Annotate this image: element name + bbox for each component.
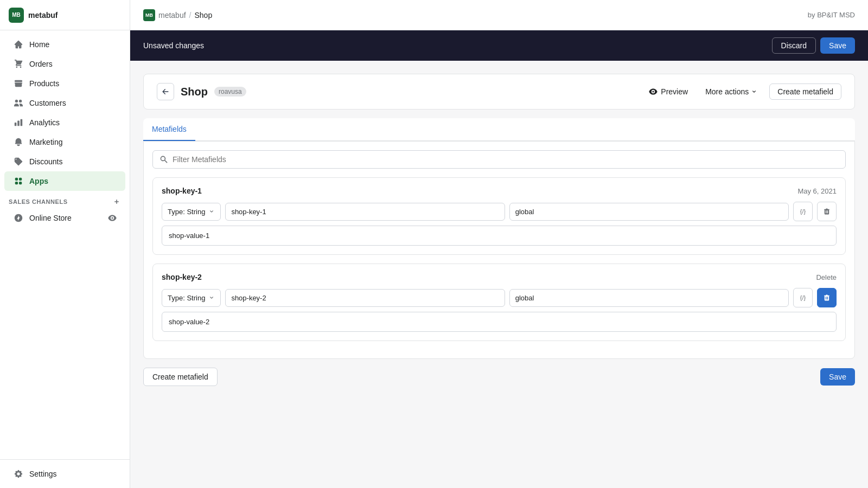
search-icon bbox=[159, 155, 168, 164]
create-metafield-button-top[interactable]: Create metafield bbox=[769, 84, 841, 100]
sidebar-item-customers-label: Customers bbox=[29, 99, 66, 107]
sidebar-item-products[interactable]: Products bbox=[4, 74, 125, 93]
sidebar-item-discounts-label: Discounts bbox=[29, 157, 62, 166]
metafield-1-type-label: Type: String bbox=[168, 208, 205, 216]
metafield-2-type-select[interactable]: Type: String bbox=[162, 289, 221, 307]
metafield-1-value-input[interactable] bbox=[162, 226, 837, 246]
settings-icon bbox=[13, 468, 24, 479]
discard-button[interactable]: Discard bbox=[772, 37, 816, 54]
metafield-2-key-input[interactable] bbox=[225, 289, 505, 307]
sidebar-item-orders-label: Orders bbox=[29, 60, 53, 68]
save-button-top[interactable]: Save bbox=[820, 37, 855, 54]
store-name: metabuf bbox=[28, 11, 58, 20]
marketing-icon bbox=[13, 137, 24, 147]
store-logo: MB bbox=[9, 8, 24, 23]
metafield-1-key: shop-key-1 bbox=[162, 187, 202, 195]
analytics-icon bbox=[13, 117, 24, 128]
metafield-2-delete-tooltip-label: Delete bbox=[816, 273, 837, 281]
metafield-1-type-select[interactable]: Type: String bbox=[162, 203, 221, 221]
bottom-actions: Create metafield Save bbox=[143, 368, 855, 386]
discounts-icon bbox=[13, 156, 24, 167]
liquid-icon: {/} bbox=[800, 208, 806, 215]
online-store-label: Online Store bbox=[29, 214, 72, 222]
liquid-icon-2: {/} bbox=[800, 294, 806, 301]
breadcrumb-store: metabuf bbox=[158, 11, 186, 20]
metafield-2-liquid-btn[interactable]: {/} bbox=[793, 288, 813, 307]
breadcrumb: MB metabuf / Shop bbox=[143, 9, 212, 21]
page-content-area: Shop roavusa Preview More actions Create… bbox=[130, 61, 868, 488]
metafield-1-delete-btn[interactable] bbox=[817, 202, 837, 221]
more-actions-label: More actions bbox=[705, 87, 749, 96]
sidebar-item-products-label: Products bbox=[29, 79, 59, 88]
unsaved-message: Unsaved changes bbox=[143, 41, 204, 50]
sidebar-item-apps-label: Apps bbox=[29, 177, 48, 185]
metafield-2-delete-btn[interactable] bbox=[817, 288, 837, 307]
sidebar-header: MB metabuf bbox=[0, 0, 130, 30]
products-icon bbox=[13, 78, 24, 89]
search-bar bbox=[152, 150, 846, 169]
metafield-1-namespace-input[interactable] bbox=[509, 203, 789, 221]
breadcrumb-logo: MB bbox=[143, 9, 155, 21]
add-sales-channel-icon[interactable] bbox=[112, 197, 121, 206]
page-header-card: Shop roavusa Preview More actions Create… bbox=[143, 74, 855, 110]
metafield-2-value-input[interactable] bbox=[162, 312, 837, 332]
sidebar-item-home[interactable]: Home bbox=[4, 35, 125, 54]
customers-icon bbox=[13, 98, 24, 108]
main-content: MB metabuf / Shop by BP&IT MSD Unsaved c… bbox=[130, 0, 868, 488]
sidebar-item-orders[interactable]: Orders bbox=[4, 54, 125, 74]
filter-metafields-input[interactable] bbox=[173, 155, 839, 164]
sidebar-item-marketing[interactable]: Marketing bbox=[4, 132, 125, 152]
sidebar-item-customers[interactable]: Customers bbox=[4, 93, 125, 113]
unsaved-actions: Discard Save bbox=[772, 37, 855, 54]
preview-button[interactable]: Preview bbox=[643, 84, 693, 99]
tab-metafields[interactable]: Metafields bbox=[143, 118, 195, 141]
top-bar: MB metabuf / Shop by BP&IT MSD bbox=[130, 0, 868, 30]
metafield-1-date: May 6, 2021 bbox=[797, 187, 837, 195]
sidebar-item-marketing-label: Marketing bbox=[29, 138, 62, 146]
sidebar-item-settings[interactable]: Settings bbox=[4, 464, 125, 484]
sidebar-item-apps[interactable]: Apps bbox=[4, 171, 125, 191]
preview-label: Preview bbox=[661, 87, 688, 96]
metafield-1-key-input[interactable] bbox=[225, 203, 505, 221]
create-metafield-button-bottom[interactable]: Create metafield bbox=[143, 368, 218, 386]
metafield-1-liquid-btn[interactable]: {/} bbox=[793, 202, 813, 221]
online-store-visibility-icon[interactable] bbox=[108, 214, 117, 222]
preview-icon bbox=[649, 87, 658, 96]
metafield-2-key: shop-key-2 bbox=[162, 273, 202, 281]
metafield-item-1: shop-key-1 May 6, 2021 Type: String {/} bbox=[152, 177, 846, 255]
page-badge: roavusa bbox=[214, 87, 246, 97]
metafield-2-type-label: Type: String bbox=[168, 294, 205, 302]
breadcrumb-page: Shop bbox=[194, 11, 212, 20]
sidebar: MB metabuf Home Orders Products bbox=[0, 0, 130, 488]
sidebar-item-analytics-label: Analytics bbox=[29, 118, 60, 127]
by-label: by BP&IT MSD bbox=[808, 11, 855, 19]
back-button[interactable] bbox=[157, 83, 174, 100]
unsaved-bar: Unsaved changes Discard Save bbox=[130, 30, 868, 61]
sidebar-footer: Settings bbox=[0, 459, 130, 488]
sidebar-item-discounts[interactable]: Discounts bbox=[4, 152, 125, 171]
breadcrumb-separator: / bbox=[189, 11, 192, 20]
tabs-container: Metafields shop-key-1 May 6, 2021 bbox=[143, 118, 855, 359]
sidebar-item-online-store[interactable]: Online Store bbox=[4, 208, 125, 228]
tabs-bar: Metafields bbox=[143, 118, 855, 141]
page-title: Shop bbox=[181, 86, 208, 98]
orders-icon bbox=[13, 59, 24, 69]
sidebar-item-settings-label: Settings bbox=[29, 470, 57, 478]
metafields-card: shop-key-1 May 6, 2021 Type: String {/} bbox=[143, 141, 855, 359]
save-button-bottom[interactable]: Save bbox=[820, 368, 855, 386]
sidebar-item-analytics[interactable]: Analytics bbox=[4, 113, 125, 132]
sales-channels-section: SALES CHANNELS bbox=[0, 191, 130, 208]
home-icon bbox=[13, 39, 24, 50]
online-store-icon bbox=[13, 213, 24, 223]
metafield-item-2: shop-key-2 Delete Type: String {/} bbox=[152, 264, 846, 341]
apps-icon bbox=[13, 176, 24, 187]
metafield-2-namespace-input[interactable] bbox=[509, 289, 789, 307]
more-actions-button[interactable]: More actions bbox=[700, 84, 763, 99]
sidebar-nav: Home Orders Products Customers bbox=[0, 30, 130, 459]
sidebar-item-home-label: Home bbox=[29, 40, 49, 49]
chevron-down-icon bbox=[751, 88, 757, 95]
